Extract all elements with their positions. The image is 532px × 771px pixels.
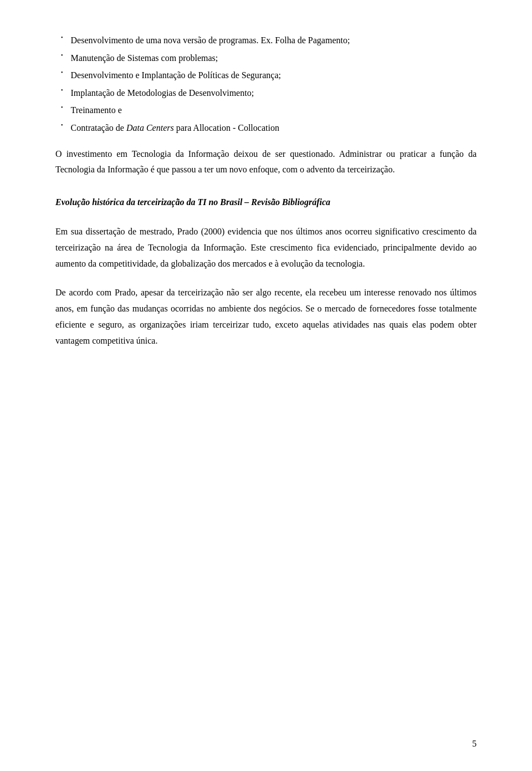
- paragraph-prado-intro: Em sua dissertação de mestrado, Prado (2…: [55, 224, 477, 272]
- bullet-text-3: Desenvolvimento e Implantação de Polític…: [71, 68, 281, 83]
- section-heading: Evolução histórica da terceirização da T…: [55, 195, 477, 211]
- bullet-icon-2: •: [61, 52, 63, 58]
- paragraph-prado-acordo: De acordo com Prado, apesar da terceiriz…: [55, 285, 477, 349]
- bullet-text-6-suffix: para Allocation - Collocation: [174, 123, 279, 132]
- list-item: • Implantação de Metodologias de Desenvo…: [55, 86, 477, 100]
- bullet-icon-4: •: [61, 87, 63, 93]
- content-area: • Desenvolvimento de uma nova versão de …: [55, 33, 477, 349]
- paragraph-investimento: O investimento em Tecnologia da Informaç…: [55, 146, 477, 178]
- bullet-text-5: Treinamento e: [71, 103, 122, 118]
- bullet-text-4: Implantação de Metodologias de Desenvolv…: [71, 86, 254, 100]
- list-item: • Desenvolvimento de uma nova versão de …: [55, 33, 477, 48]
- bullet-text-1: Desenvolvimento de uma nova versão de pr…: [71, 33, 350, 48]
- bullet-text-2: Manutenção de Sistemas com problemas;: [71, 51, 218, 65]
- page-number: 5: [472, 739, 477, 749]
- bullet-text-6: Contratação de Data Centers para Allocat…: [71, 121, 279, 135]
- list-item: • Contratação de Data Centers para Alloc…: [55, 121, 477, 135]
- bullet-icon-3: •: [61, 69, 63, 75]
- bullet-icon-5: •: [61, 104, 63, 110]
- list-item: • Manutenção de Sistemas com problemas;: [55, 51, 477, 65]
- bullet-text-6-prefix: Contratação de: [71, 123, 126, 132]
- list-item: • Treinamento e: [55, 103, 477, 118]
- bullet-icon-1: •: [61, 34, 63, 40]
- page: • Desenvolvimento de uma nova versão de …: [0, 0, 532, 771]
- bullet-text-6-italic: Data Centers: [126, 123, 174, 132]
- bullet-list: • Desenvolvimento de uma nova versão de …: [55, 33, 477, 135]
- bullet-icon-6: •: [61, 122, 63, 128]
- list-item: • Desenvolvimento e Implantação de Polít…: [55, 68, 477, 83]
